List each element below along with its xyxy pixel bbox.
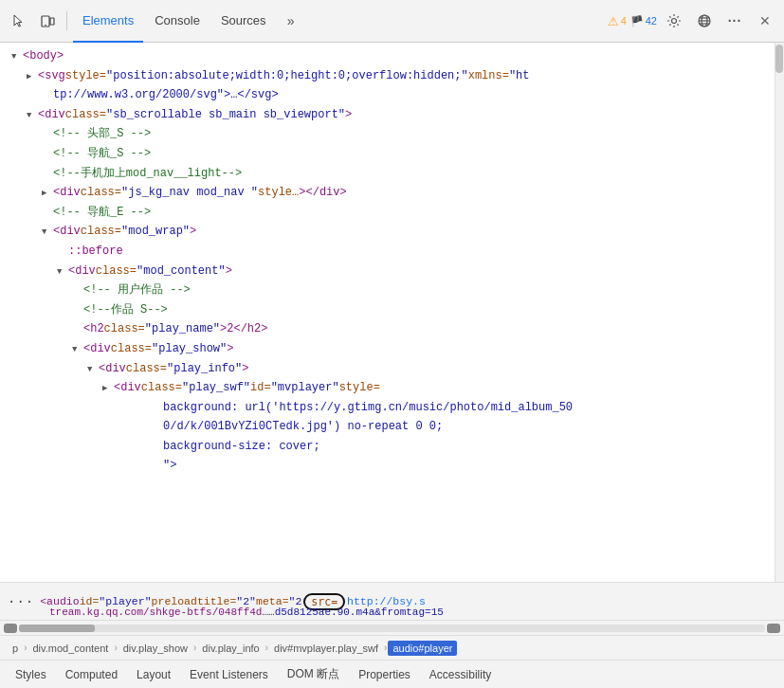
h-scrollbar[interactable]: [0, 620, 784, 635]
breadcrumb-audio-player[interactable]: audio#player: [388, 641, 457, 656]
tab-computed[interactable]: Computed: [56, 664, 127, 685]
tab-styles[interactable]: Styles: [6, 664, 56, 685]
tab-elements[interactable]: Elements: [73, 0, 143, 43]
breadcrumb-play-info[interactable]: div.play_info: [197, 641, 264, 656]
dom-line-comment-work[interactable]: <!--作品 S-->: [0, 300, 784, 320]
expand-play-info[interactable]: [87, 364, 99, 377]
expand-play-show[interactable]: [72, 344, 83, 357]
dom-line-mod-content[interactable]: <div class= "mod_content" >: [0, 262, 784, 281]
dom-line-svg[interactable]: <svg style= "position:absolute;width:0;h…: [0, 66, 784, 86]
expand-kg-nav[interactable]: [42, 188, 53, 201]
dom-line-close-quote[interactable]: ">: [0, 456, 784, 476]
settings-btn[interactable]: [661, 8, 687, 34]
expand-play-swf[interactable]: [102, 383, 114, 396]
more-options-btn[interactable]: ···: [721, 8, 748, 34]
bottom-dots: ···: [8, 594, 34, 609]
dom-line-bg-url1[interactable]: background: url('https://y.gtimg.cn/musi…: [0, 398, 784, 418]
h-scroll-right[interactable]: [767, 624, 780, 633]
more-tabs-btn[interactable]: »: [278, 8, 304, 34]
h-scroll-track[interactable]: [19, 625, 765, 632]
dom-line-before[interactable]: ::before: [0, 242, 784, 262]
stream-ellipsis: ……: [262, 607, 274, 618]
info-icon: 🏴: [630, 15, 644, 27]
dom-line-comment-head[interactable]: <!-- 头部_S -->: [0, 124, 784, 144]
dom-line-sb-scrollable[interactable]: <div class= "sb_scrollable sb_main sb_vi…: [0, 105, 784, 125]
dom-line-svg-cont[interactable]: tp://www.w3.org/2000/svg">…</svg>: [0, 85, 784, 105]
dom-line-comment-user[interactable]: <!-- 用户作品 -->: [0, 281, 784, 300]
tab-console[interactable]: Console: [145, 0, 210, 43]
cursor-icon-btn[interactable]: [6, 8, 32, 34]
stream-prefix: tream.kg.qq.com/shkge-btfs/048ff4d: [49, 607, 262, 618]
tab-properties[interactable]: Properties: [349, 664, 420, 685]
main-panel: <body> <svg style= "position:absolute;wi…: [0, 43, 784, 635]
toolbar-sep-1: [66, 11, 67, 30]
h-scroll-left[interactable]: [4, 624, 17, 633]
warning-count: 4: [621, 15, 627, 27]
tab-dom-breakpoints[interactable]: DOM 断点: [278, 662, 349, 686]
audio-url-line2: tream.kg.qq.com/shkge-btfs/048ff4d……d5d8…: [49, 607, 444, 618]
device-icon-btn[interactable]: [34, 8, 61, 34]
tab-event-listeners[interactable]: Event Listeners: [180, 664, 278, 685]
info-badge[interactable]: 🏴 42: [630, 15, 657, 27]
bottom-tag-bar: ··· <audio id= "player" preload title= "…: [0, 582, 784, 620]
dom-line-h2[interactable]: <h2 class= "play_name" >2</h2>: [0, 319, 784, 339]
dom-scrollbar-thumb[interactable]: [775, 45, 783, 73]
dom-line-play-swf[interactable]: <div class= "play_swf" id= "mvplayer" st…: [0, 378, 784, 398]
warning-badge[interactable]: ⚠ 4: [608, 14, 627, 28]
breadcrumb-bar: p › div.mod_content › div.play_show › di…: [0, 635, 784, 660]
breadcrumb-play-show[interactable]: div.play_show: [119, 641, 192, 656]
dom-tree[interactable]: <body> <svg style= "position:absolute;wi…: [0, 43, 784, 582]
stream-suffix: d5d8125ae.90.m4a&fromtag=15: [275, 607, 444, 618]
info-count: 42: [646, 15, 657, 27]
expand-mod-content[interactable]: [57, 266, 68, 280]
svg-rect-1: [50, 18, 54, 25]
dom-line-mod-wrap[interactable]: <div class= "mod_wrap" >: [0, 222, 784, 242]
expand-mod-wrap[interactable]: [42, 226, 53, 240]
devtools-toolbar: Elements Console Sources » ⚠ 4 🏴 42: [0, 0, 784, 43]
bottom-nav: Styles Computed Layout Event Listeners D…: [0, 660, 784, 688]
dom-line-play-info[interactable]: <div class= "play_info" >: [0, 359, 784, 379]
dom-line-play-show[interactable]: <div class= "play_show" >: [0, 339, 784, 359]
breadcrumb-mvplayer[interactable]: div#mvplayer.play_swf: [269, 641, 383, 656]
toolbar-right: ⚠ 4 🏴 42 ··· ✕: [608, 8, 778, 34]
close-btn[interactable]: ✕: [752, 8, 778, 34]
network-icon-btn[interactable]: [691, 8, 718, 34]
svg-point-2: [45, 25, 46, 27]
dom-line-bg-size[interactable]: background-size: cover;: [0, 437, 784, 457]
dom-line-comment-nav-e[interactable]: <!-- 导航_E -->: [0, 203, 784, 223]
tab-sources[interactable]: Sources: [211, 0, 276, 43]
svg-point-3: [672, 19, 677, 24]
expand-sb[interactable]: [27, 110, 38, 123]
dom-line-comment-nav-s[interactable]: <!-- 导航_S -->: [0, 144, 784, 164]
breadcrumb-p[interactable]: p: [8, 641, 23, 656]
h-scroll-thumb[interactable]: [19, 625, 95, 632]
dom-line-comment-mobile[interactable]: <!--手机加上mod_nav__light-->: [0, 164, 784, 184]
dom-scrollbar[interactable]: [775, 43, 784, 582]
dom-line-kg-nav[interactable]: <div class= "js_kg_nav mod_nav " style… …: [0, 183, 784, 203]
breadcrumb-mod-content[interactable]: div.mod_content: [27, 641, 113, 656]
tab-accessibility[interactable]: Accessibility: [420, 664, 501, 685]
dom-line-bg-url2[interactable]: 0/d/k/001BvYZi0CTedk.jpg') no-repeat 0 0…: [0, 417, 784, 437]
expand-body[interactable]: [11, 51, 23, 64]
dom-line-body[interactable]: <body>: [0, 46, 784, 66]
expand-svg[interactable]: [27, 71, 38, 84]
warning-icon: ⚠: [608, 14, 619, 28]
tab-layout[interactable]: Layout: [127, 664, 180, 685]
